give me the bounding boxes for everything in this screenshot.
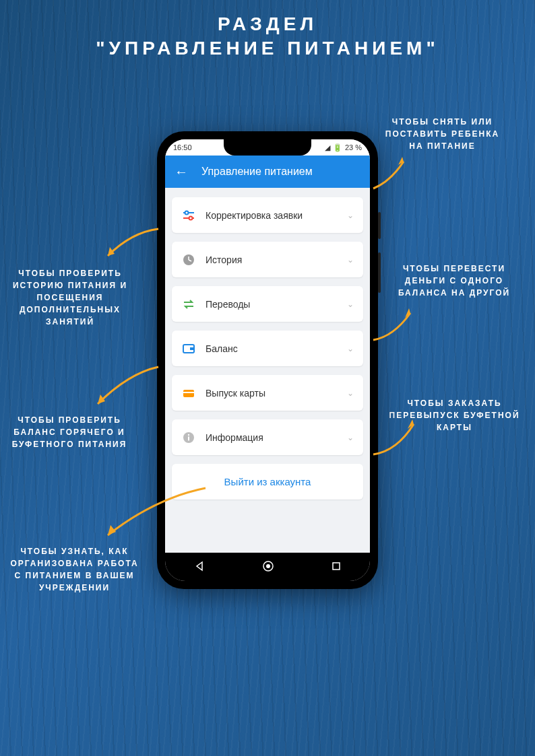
menu-item-balance[interactable]: Баланс ⌄ <box>172 331 363 366</box>
annotation-balance: ЧТОБЫ ПРОВЕРИТЬ БАЛАНС ГОРЯЧЕГО И БУФЕТН… <box>9 414 130 450</box>
menu-label: Корректировка заявки <box>206 210 338 221</box>
phone-notch <box>224 139 311 156</box>
svg-rect-14 <box>190 347 194 350</box>
menu-item-history[interactable]: История ⌄ <box>172 242 363 277</box>
chevron-down-icon: ⌄ <box>347 344 354 353</box>
status-time: 16:50 <box>173 143 192 151</box>
annotation-history: ЧТОБЫ ПРОВЕРИТЬ ИСТОРИЮ ПИТАНИЯ И ПОСЕЩЕ… <box>7 267 133 328</box>
transfer-icon <box>181 297 196 312</box>
svg-point-9 <box>189 216 193 219</box>
annotation-info: ЧТОБЫ УЗНАТЬ, КАК ОРГАНИЗОВАНА РАБОТА С … <box>5 545 144 594</box>
svg-rect-16 <box>183 392 194 393</box>
menu-label: Баланс <box>206 343 338 354</box>
info-icon <box>181 430 196 445</box>
menu-item-card[interactable]: Выпуск карты ⌄ <box>172 375 363 411</box>
arrow-history <box>98 226 162 266</box>
nav-back-button[interactable] <box>194 561 205 574</box>
chevron-down-icon: ⌄ <box>347 433 354 442</box>
phone-side-button <box>378 252 381 293</box>
phone-screen: 16:50 ◢ 🔋 23 % ← Управление питанием Кор… <box>165 139 370 581</box>
wallet-icon <box>181 341 196 356</box>
chevron-down-icon: ⌄ <box>347 388 354 398</box>
svg-point-7 <box>185 211 189 214</box>
back-button[interactable]: ← <box>175 164 188 180</box>
nav-recent-button[interactable] <box>332 561 341 573</box>
chevron-down-icon: ⌄ <box>347 211 354 220</box>
logout-button[interactable]: Выйти из аккаунта <box>172 464 363 500</box>
card-icon <box>181 386 196 401</box>
annotation-card: ЧТОБЫ ЗАКАЗАТЬ ПЕРЕВЫПУСК БУФЕТНОЙ КАРТЫ <box>389 397 520 434</box>
svg-marker-2 <box>405 308 410 318</box>
annotation-transfers: ЧТОБЫ ПЕРЕВЕСТИ ДЕНЬГИ С ОДНОГО БАЛАНСА … <box>387 263 522 299</box>
arrow-transfers <box>370 303 424 347</box>
chevron-down-icon: ⌄ <box>347 255 354 265</box>
menu-content: Корректировка заявки ⌄ История ⌄ Перевод… <box>165 188 370 509</box>
menu-label: История <box>206 254 338 265</box>
svg-marker-20 <box>197 562 202 570</box>
svg-marker-1 <box>108 247 115 256</box>
page-title: РАЗДЕЛ "УПРАВЛЕНИЕ ПИТАНИЕМ" <box>0 0 535 59</box>
sliders-icon <box>181 208 196 223</box>
clock-icon <box>181 252 196 267</box>
svg-point-18 <box>188 434 189 435</box>
nav-home-button[interactable] <box>262 560 274 574</box>
phone-frame: 16:50 ◢ 🔋 23 % ← Управление питанием Кор… <box>157 131 378 589</box>
app-bar-title: Управление питанием <box>201 166 313 178</box>
chevron-down-icon: ⌄ <box>347 300 354 309</box>
phone-side-button <box>378 212 381 239</box>
battery-icon: 🔋 <box>333 143 342 152</box>
title-line-2: "УПРАВЛЕНИЕ ПИТАНИЕМ" <box>0 38 535 59</box>
menu-label: Выпуск карты <box>206 388 338 399</box>
svg-marker-0 <box>398 157 404 165</box>
menu-item-info[interactable]: Информация ⌄ <box>172 419 363 455</box>
menu-label: Переводы <box>206 299 338 310</box>
logout-label: Выйти из аккаунта <box>224 476 311 487</box>
title-line-1: РАЗДЕЛ <box>0 13 535 35</box>
signal-icon: ◢ <box>325 143 330 152</box>
app-bar: ← Управление питанием <box>165 156 370 188</box>
annotation-adjust: ЧТОБЫ СНЯТЬ ИЛИ ПОСТАВИТЬ РЕБЕНКА НА ПИТ… <box>377 116 508 152</box>
status-right: ◢ 🔋 23 % <box>325 143 362 152</box>
svg-rect-19 <box>188 436 189 440</box>
menu-item-transfers[interactable]: Переводы ⌄ <box>172 286 363 322</box>
svg-marker-5 <box>108 525 116 535</box>
svg-rect-15 <box>183 390 194 397</box>
svg-marker-3 <box>98 394 105 404</box>
svg-rect-23 <box>333 563 340 570</box>
menu-label: Информация <box>206 432 338 443</box>
svg-point-22 <box>266 564 270 568</box>
arrow-balance <box>88 364 162 414</box>
battery-percent: 23 % <box>345 143 362 151</box>
menu-item-adjust[interactable]: Корректировка заявки ⌄ <box>172 197 363 233</box>
android-nav-bar <box>165 553 370 581</box>
